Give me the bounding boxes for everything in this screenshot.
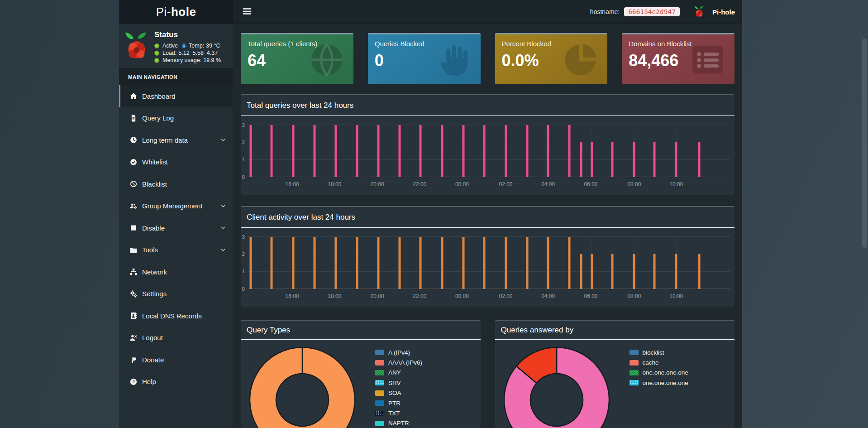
y-tick-label: 0 — [242, 286, 245, 292]
sidebar-item-settings[interactable]: Settings — [119, 283, 233, 305]
stop-icon — [129, 224, 138, 232]
bar[interactable] — [250, 237, 252, 289]
bar[interactable] — [313, 125, 315, 177]
legend-item-blocklist-0[interactable]: blocklist — [630, 347, 688, 357]
sidebar-item-network[interactable]: Network — [119, 261, 233, 283]
bar[interactable] — [292, 237, 294, 289]
bar[interactable] — [313, 237, 315, 289]
bar[interactable] — [547, 237, 549, 289]
sidebar-item-dashboard[interactable]: Dashboard — [119, 85, 233, 107]
sidebar-item-long-term-data[interactable]: Long term data — [119, 129, 233, 151]
bar[interactable] — [591, 142, 593, 177]
chevron-down-icon — [220, 247, 226, 253]
legend-item-soa-4[interactable]: SOA — [375, 388, 422, 398]
bar[interactable] — [547, 125, 549, 177]
legend-label: AAAA (IPv6) — [388, 359, 422, 366]
bar[interactable] — [580, 254, 582, 289]
chevron-down-icon — [220, 225, 226, 231]
sidebar-item-disable[interactable]: Disable — [119, 217, 233, 239]
sidebar-item-help[interactable]: ?Help — [119, 371, 233, 393]
sidebar-item-tools[interactable]: Tools — [119, 239, 233, 261]
bar[interactable] — [633, 254, 635, 289]
bar[interactable] — [483, 237, 486, 289]
bar[interactable] — [526, 125, 528, 177]
bar[interactable] — [611, 254, 614, 289]
bar[interactable] — [292, 125, 294, 177]
legend-item-a-ipv4-0[interactable]: A (IPv4) — [375, 347, 422, 357]
check-circle-icon — [129, 158, 138, 166]
bar[interactable] — [675, 254, 677, 289]
bar[interactable] — [505, 125, 507, 177]
sidebar-item-label: Dashboard — [142, 92, 175, 100]
bar[interactable] — [441, 125, 443, 177]
x-tick-label: 18:00 — [328, 293, 341, 299]
x-tick-label: 10:00 — [669, 293, 683, 299]
legend-item-cache-1[interactable]: cache — [630, 357, 688, 367]
sidebar-item-local-dns-records[interactable]: Local DNS Records — [119, 305, 233, 327]
bar[interactable] — [377, 125, 379, 177]
sidebar-item-whitelist[interactable]: Whitelist — [119, 151, 233, 173]
app-logo[interactable]: Pi-hole — [119, 0, 233, 24]
bar[interactable] — [356, 237, 358, 289]
legend-item-naptr-7[interactable]: NAPTR — [375, 418, 422, 428]
legend-item-one-one-one-one-2[interactable]: one.one.one.one — [630, 368, 688, 378]
bar[interactable] — [377, 237, 379, 289]
legend-item-aaaa-ipv6-1[interactable]: AAAA (IPv6) — [375, 357, 422, 367]
x-tick-label: 04:00 — [541, 293, 555, 299]
bar[interactable] — [698, 142, 700, 177]
bar[interactable] — [335, 125, 337, 177]
sidebar-item-query-log[interactable]: Query Log — [119, 107, 233, 130]
bar[interactable] — [420, 125, 422, 177]
folder-icon — [129, 246, 138, 254]
bar[interactable] — [335, 237, 337, 289]
panel-title: Query Types — [241, 321, 481, 340]
bar[interactable] — [591, 254, 593, 289]
legend-item-any-2[interactable]: ANY — [375, 368, 422, 378]
bar[interactable] — [441, 237, 443, 289]
bar[interactable] — [611, 142, 614, 177]
sidebar-toggle-icon[interactable] — [241, 6, 253, 18]
sidebar-item-label: Donate — [142, 356, 164, 364]
sidebar-item-donate[interactable]: Donate — [119, 349, 233, 371]
sidebar-item-logout[interactable]: Logout — [119, 327, 233, 349]
bar[interactable] — [462, 237, 464, 289]
summary-card-domains-on-blocklist: Domains on Blocklist84,466 — [622, 33, 734, 84]
bar[interactable] — [675, 142, 677, 177]
bar[interactable] — [568, 237, 571, 289]
bar[interactable] — [398, 125, 401, 177]
bar[interactable] — [270, 237, 272, 289]
bar[interactable] — [653, 254, 656, 289]
sidebar-item-blacklist[interactable]: Blacklist — [119, 173, 233, 195]
bar[interactable] — [526, 237, 528, 289]
bar[interactable] — [270, 125, 272, 177]
bar[interactable] — [580, 142, 582, 177]
bar[interactable] — [250, 125, 252, 177]
bar[interactable] — [398, 237, 401, 289]
bar[interactable] — [568, 125, 571, 177]
sidebar-item-group-management[interactable]: Group Management — [119, 195, 233, 217]
screen-scrollbar-thumb[interactable] — [862, 38, 867, 248]
legend-item-txt-6[interactable]: TXT — [375, 408, 422, 418]
bar[interactable] — [505, 237, 507, 289]
load-label: Load: — [162, 50, 176, 56]
query-types-donut — [248, 346, 356, 428]
query-types-legend: A (IPv4)AAAA (IPv6)ANYSRVSOAPTRTXTNAPTR — [375, 347, 422, 428]
bar[interactable] — [653, 142, 656, 177]
bar[interactable] — [633, 142, 635, 177]
legend-item-srv-3[interactable]: SRV — [375, 378, 422, 388]
navbar-brand[interactable]: Pi-hole — [712, 8, 735, 16]
bar[interactable] — [420, 237, 422, 289]
sidebar: Status Active Temp: 39 °C Load: — [119, 24, 233, 428]
legend-label: A (IPv4) — [388, 349, 410, 356]
legend-item-ptr-5[interactable]: PTR — [375, 398, 422, 408]
x-tick-label: 22:00 — [413, 181, 426, 188]
load-value: 5.12 5.58 4.37 — [178, 50, 218, 56]
bar[interactable] — [462, 125, 464, 177]
legend-item-one-one-one-one-3[interactable]: one.one.one.one — [630, 378, 688, 388]
bar[interactable] — [483, 125, 486, 177]
bar[interactable] — [356, 125, 358, 177]
donut-segment[interactable] — [250, 347, 355, 428]
bar[interactable] — [698, 254, 700, 289]
clock-icon — [129, 136, 138, 144]
status-row-load: Load: 5.12 5.58 4.37 — [154, 50, 221, 56]
